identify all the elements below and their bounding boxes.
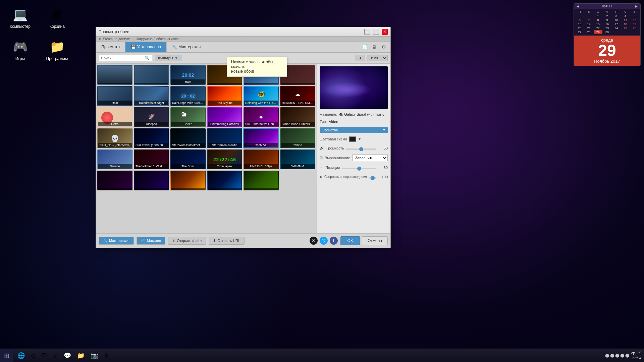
wallpaper-label	[171, 188, 205, 190]
taskbar-item-steam[interactable]: ⚙	[101, 350, 112, 362]
list-item[interactable]: Star Travel (1080 60 FPS)	[134, 128, 169, 148]
list-item[interactable]: The Witcher 3: Wild Hunt Main Menu···	[134, 149, 169, 169]
taskbar-item-ie[interactable]: ℯ	[51, 350, 60, 362]
wallpaper-label: Sheep	[171, 122, 205, 126]
monitor-icon-btn[interactable]: 🖥	[370, 43, 378, 51]
list-item[interactable]: ☂ RESIDENT EVIL UMBRELLA LIVE	[280, 86, 315, 106]
filter-button[interactable]: Фильтры ▼	[155, 55, 181, 61]
volume-value: 50	[378, 146, 388, 150]
taskbar-clock: ср, 29 22:54	[631, 351, 641, 360]
list-item[interactable]: Tettino	[280, 128, 315, 148]
maximize-button[interactable]: □	[373, 29, 379, 35]
list-item[interactable]	[134, 171, 169, 190]
properties-section-header[interactable]: Свойства ▼	[320, 127, 388, 133]
list-item[interactable]: UNRAVEL 60fps	[244, 149, 279, 169]
list-item[interactable]: 🐠 Relaxing with the Fish [1080P & 60FPS]	[244, 86, 279, 106]
list-item[interactable]	[97, 171, 132, 190]
sort-collapse-button[interactable]: ▲	[356, 55, 365, 61]
download-tooltip[interactable]: Нажмите здесь, чтобы скачать новые обои!	[227, 57, 287, 77]
facebook-social-btn[interactable]: f	[330, 237, 338, 245]
wallpaper-label	[98, 188, 132, 190]
ok-button[interactable]: ОК	[340, 236, 360, 245]
list-item[interactable]: WRMMM	[280, 149, 315, 169]
list-item[interactable]: 🐑 Sheep	[170, 107, 206, 127]
list-item[interactable]	[134, 65, 169, 85]
calendar-week-2: 6 7 8 9 10 11 12	[575, 18, 639, 22]
wallpaper-label: Rain	[98, 101, 132, 105]
list-item[interactable]: 20 : 02 RainDrops With Audio Visualizer	[170, 86, 206, 106]
shop-button[interactable]: 🛒 Магазин	[137, 237, 165, 245]
desktop-icon-computer[interactable]: 💻 Компьютер	[7, 7, 34, 29]
search-icon[interactable]: 🔍	[145, 56, 150, 60]
dialog-body: 20:02 Rain Rain Raindrops at Night	[96, 64, 390, 233]
taskbar-item-security[interactable]: 🛡	[39, 350, 51, 362]
volume-row: 🔊 Громкость 50	[320, 145, 388, 151]
speed-slider[interactable]	[369, 177, 376, 179]
position-slider-wrap	[342, 165, 377, 171]
list-item[interactable]: Raindrops at Night	[134, 86, 169, 106]
list-item[interactable]: Shimmering Particles	[207, 107, 242, 127]
position-slider[interactable]	[342, 168, 377, 169]
tab-browse[interactable]: Просмотр	[96, 42, 125, 52]
list-item[interactable]: Retro	[97, 107, 132, 127]
align-select[interactable]: Заполнить Растянуть По центру	[352, 155, 388, 161]
wallpaper-label: Relaxing with the Fish [1080P & 60FPS]	[244, 101, 278, 105]
desktop-icon-trash[interactable]: 🗑 Корзина	[44, 7, 70, 29]
taskbar-item-camera[interactable]: 📷	[88, 350, 101, 362]
trash-icon-label: Корзина	[49, 24, 65, 29]
calendar-prev-btn[interactable]: ◀	[576, 4, 580, 8]
list-item[interactable]	[207, 171, 242, 190]
volume-slider[interactable]	[346, 148, 376, 150]
steam-social-btn[interactable]: S	[310, 237, 318, 245]
open-file-button[interactable]: ⬆ Открыть файл	[168, 237, 206, 245]
cancel-button[interactable]: Отмена	[362, 236, 388, 245]
list-item[interactable]: Red Skyline	[207, 86, 242, 106]
position-icon: ↔	[320, 166, 323, 170]
twitter-social-btn[interactable]: 𝕏	[320, 237, 328, 245]
wallpaper-label	[135, 83, 168, 84]
programs-icon: 📁	[49, 39, 65, 55]
list-item[interactable]: Terrace	[97, 149, 132, 169]
speed-slider-wrap	[369, 174, 376, 180]
workshop-button[interactable]: 🔧 Мастерская	[99, 237, 134, 245]
start-button[interactable]: ⊞	[0, 349, 13, 362]
list-item[interactable]	[97, 65, 132, 85]
open-url-button[interactable]: ⬆ Открыть URL	[209, 237, 245, 245]
color-swatch-dropdown-btn[interactable]: ▼	[358, 137, 361, 141]
sort-select[interactable]: Имя Дата Тип	[367, 55, 388, 61]
list-item[interactable]: TechLVL	[244, 128, 279, 148]
desktop-icon-programs[interactable]: 📁 Программы	[44, 39, 70, 61]
taskbar-item-chrome[interactable]: ⊙	[28, 350, 39, 362]
list-item[interactable]: 22:27:46 Time lapse	[207, 149, 242, 169]
calendar-next-btn[interactable]: ▶	[634, 4, 638, 8]
tab-installed[interactable]: 💾 Установлено	[125, 42, 167, 52]
programs-icon-label: Программы	[46, 56, 68, 61]
list-item[interactable]: 20:02 Rain	[170, 65, 206, 85]
list-item[interactable]: Simon Barle-Hunters Dream UE4	[280, 107, 315, 127]
color-swatch[interactable]	[349, 136, 356, 142]
list-item[interactable]: The Spirit	[170, 149, 206, 169]
list-item[interactable]: Rain	[97, 86, 132, 106]
taskbar-item-folder[interactable]: 📁	[74, 350, 87, 362]
list-item[interactable]	[244, 171, 279, 190]
minimize-button[interactable]: ─	[364, 29, 370, 35]
search-input[interactable]	[101, 56, 145, 60]
list-item[interactable]: 🚀 Ricepod	[134, 107, 169, 127]
taskbar-item-browser[interactable]: 🌐	[15, 350, 28, 362]
list-item[interactable]: Star Wars Battlefront Darth Vader Endor …	[170, 128, 206, 148]
calendar-grid: П В С Ч П С В 1 2 3 4 5 6 7 8 9 10 11 12…	[574, 9, 640, 36]
properties-label: Свойства	[322, 128, 338, 132]
list-item[interactable]	[170, 171, 206, 190]
tab-bar: Просмотр 💾 Установлено 🔧 Мастерская 📄 🖥 …	[96, 42, 390, 53]
taskbar-item-msg[interactable]: 💬	[61, 350, 74, 362]
position-row: ↔ Позиция 50	[320, 165, 388, 171]
desktop-icon-games[interactable]: 🎮 Игры	[7, 39, 34, 61]
list-item[interactable]: 💀 Skull_3D··· [Interactive]	[97, 128, 132, 148]
list-item[interactable]: StarCitizen-area18	[207, 128, 242, 148]
file-icon-btn[interactable]: 📄	[361, 43, 369, 51]
wallpaper-label: Time lapse	[208, 164, 241, 169]
close-button[interactable]: ✕	[382, 29, 388, 35]
list-item[interactable]: ✦ Silk – Interactive Generative Art	[244, 107, 279, 127]
tab-workshop[interactable]: 🔧 Мастерская	[167, 42, 206, 52]
settings-icon-btn[interactable]: ⚙	[380, 43, 388, 51]
